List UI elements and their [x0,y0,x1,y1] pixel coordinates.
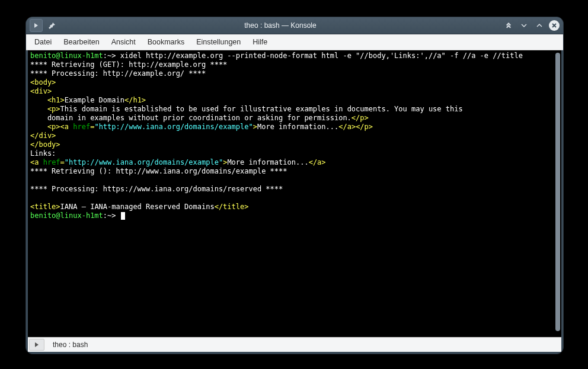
titlebar-left [30,19,58,32]
text: domain in examples without prior coordin… [30,114,351,122]
gt: > [253,123,257,131]
prompt-user: benito@linux-h1mt [30,211,103,220]
menubar: Datei Bearbeiten Ansicht Bookmarks Einst… [26,34,563,50]
tag: <h1> [30,96,65,104]
tag: <div> [30,87,52,95]
prompt-path: :~> [103,211,116,220]
tag: <a [30,158,43,166]
minimize-icon[interactable] [518,20,530,31]
titlebar[interactable]: theo : bash — Konsole [26,17,563,34]
command-text: xidel http://example.org --printed-node-… [116,52,523,60]
tag: </title> [215,203,249,211]
app-menu-button[interactable] [30,19,43,32]
tag: <title> [30,203,60,211]
cursor-space [116,211,120,220]
tab-bar: theo : bash [28,337,561,352]
tab-theo-bash[interactable]: theo : bash [46,338,95,352]
attr-val: "http://www.iana.org/domains/example" [94,123,253,131]
terminal-area[interactable]: benito@linux-h1mt:~> xidel http://exampl… [28,50,561,337]
maximize-icon[interactable] [533,20,545,31]
text: IANA — IANA-managed Reserved Domains [60,203,215,211]
tag: </h1> [124,96,146,104]
menu-bookmarks[interactable]: Bookmarks [142,36,191,49]
attr: href [43,158,60,166]
attr: href [73,123,90,131]
menu-datei[interactable]: Datei [28,36,57,49]
text: Example Domain [65,96,124,104]
new-tab-button[interactable] [29,339,44,351]
output-line: **** Retrieving (): http://www.iana.org/… [30,167,287,175]
output-line: **** Retrieving (GET): http://example.or… [30,60,227,69]
tag: <body> [30,78,56,86]
window-title: theo : bash — Konsole [58,21,503,30]
output-line: **** Processing: https://www.iana.org/do… [30,185,283,193]
output-line: **** Processing: http://example.org/ ***… [30,69,206,78]
terminal-scrollbar[interactable] [555,53,560,331]
eq: = [60,158,65,166]
menu-hilfe[interactable]: Hilfe [247,36,273,49]
menu-bearbeiten[interactable]: Bearbeiten [57,36,105,49]
attr-val: "http://www.iana.org/domains/example" [65,158,223,166]
tag: </p> [356,123,373,131]
tag: </a> [309,158,326,166]
keep-above-icon[interactable] [503,20,514,31]
prompt-user: benito@linux-h1mt [30,52,103,60]
cursor-icon [121,212,125,220]
tag: </body> [30,140,60,149]
tag: <p> [30,105,60,113]
tag: <p> [30,123,60,131]
konsole-window: theo : bash — Konsole Datei Bearbeiten A… [25,17,564,354]
text: More information... [227,158,308,166]
tag: </a> [338,123,356,131]
tag: <a [60,123,74,131]
pin-icon[interactable] [46,20,58,31]
text: More information... [257,123,338,131]
prompt-path: :~> [103,52,116,60]
scrollbar-thumb[interactable] [555,53,560,331]
close-button[interactable] [549,20,560,31]
menu-einstellungen[interactable]: Einstellungen [190,36,247,49]
text: This domain is established to be used fo… [60,105,463,113]
text: Links: [30,149,56,158]
tag: </p> [351,114,369,122]
tag: </div> [30,131,56,140]
menu-ansicht[interactable]: Ansicht [106,36,142,49]
titlebar-right [503,20,560,31]
